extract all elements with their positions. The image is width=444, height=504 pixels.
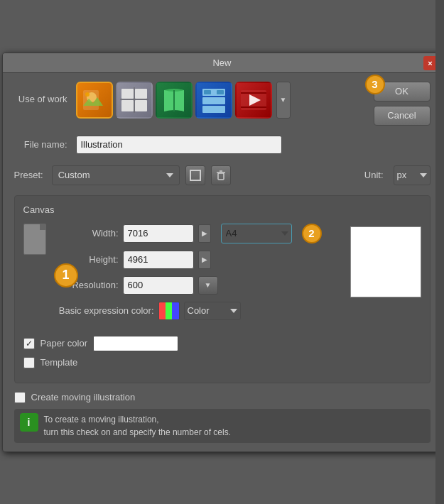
width-label: Width: [55,228,119,239]
height-row: Height: ▶ [55,251,342,269]
paper-color-label: Paper color [40,338,87,349]
canvas-inner: Width: ▶ A4 A3 A5 Letter 2 [23,224,421,327]
canvas-section: Canvas 1 Width: ▶ A4 [14,195,431,383]
color-swatch [158,302,180,320]
preset-select[interactable]: Custom [52,165,180,185]
svg-rect-6 [135,100,147,111]
ok-cancel-group: 3 OK Cancel [374,82,431,126]
file-name-label: File name: [14,139,67,150]
svg-rect-20 [218,173,224,180]
paper-size-select[interactable]: A4 A3 A5 Letter [221,224,292,243]
paper-color-swatch[interactable] [93,336,178,351]
work-type-icons: ▼ [76,82,291,119]
work-icon-manga[interactable] [156,82,193,119]
info-box: i To create a moving illustration, turn … [14,409,431,443]
svg-rect-19 [190,170,200,180]
height-input[interactable] [123,251,194,269]
height-arrow[interactable]: ▶ [198,251,211,269]
file-name-row: File name: [14,136,431,154]
create-moving-checkbox[interactable] [14,392,26,403]
bottom-section: Create moving illustration i To create a… [14,392,431,443]
canvas-left [23,224,46,327]
info-text: To create a moving illustration, turn th… [44,413,231,439]
work-icon-illustration[interactable] [76,82,113,119]
svg-rect-11 [202,97,225,104]
canvas-label: Canvas [23,204,421,215]
use-of-work-label: Use of work [14,94,67,106]
paper-color-row: Paper color [23,336,421,351]
title-bar: New × [3,53,442,73]
width-row: Width: ▶ A4 A3 A5 Letter 2 [55,224,342,243]
paper-color-checkbox[interactable] [23,338,35,349]
canvas-preview [350,226,421,297]
scrollbar[interactable] [435,53,443,452]
preset-label: Preset: [14,170,43,180]
unit-label: Unit: [364,170,384,180]
width-input[interactable] [123,224,194,243]
template-label: Template [40,357,78,368]
color-label: Basic expression color: [55,305,154,316]
svg-rect-3 [121,89,134,99]
preset-icon-trash[interactable] [211,165,231,185]
dialog-body: Use of work [3,73,442,451]
new-dialog: New × Use of work [2,53,443,452]
create-moving-row: Create moving illustration [14,392,431,403]
resolution-input[interactable] [123,276,194,295]
preset-row: Preset: Custom Unit: px mm cm i [14,165,431,185]
svg-rect-12 [202,106,225,113]
svg-rect-4 [135,89,147,99]
unit-select[interactable]: px mm cm in [394,165,431,185]
info-icon: i [20,413,38,432]
width-arrow[interactable]: ▶ [198,224,211,243]
color-row: Basic expression color: Color Gray Monoc… [55,302,342,320]
create-moving-label: Create moving illustration [31,392,136,402]
work-icon-comics[interactable] [116,82,153,119]
dialog-title: New [212,57,231,68]
template-checkbox[interactable] [23,357,35,368]
badge-2: 2 [302,224,322,243]
svg-rect-5 [121,100,134,111]
work-icon-animation[interactable] [235,82,272,119]
preset-icon-square[interactable] [185,165,205,185]
canvas-fields: Width: ▶ A4 A3 A5 Letter 2 [55,224,342,327]
resolution-dropdown[interactable]: ▼ [198,276,218,295]
color-select[interactable]: Color Gray Monochrome [184,302,241,320]
template-row: Template [23,357,421,368]
file-name-input[interactable] [76,136,282,154]
svg-rect-14 [217,90,224,94]
resolution-row: Resolution: ▼ [55,276,342,295]
badge-1: 1 [54,263,78,287]
work-type-dropdown[interactable]: ▼ [276,82,291,119]
work-icon-webtoon[interactable] [195,82,232,119]
page-orientation-icon[interactable] [23,224,46,255]
svg-rect-13 [204,90,211,94]
svg-point-2 [85,92,90,97]
cancel-button[interactable]: Cancel [374,106,431,126]
badge-3: 3 [365,75,385,94]
